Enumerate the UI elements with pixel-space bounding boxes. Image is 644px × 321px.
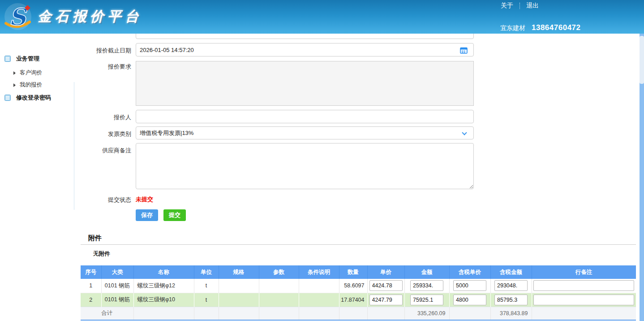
cell-spec bbox=[219, 279, 259, 293]
deadline-label: 报价截止日期 bbox=[81, 47, 131, 55]
sidebar-group-business[interactable]: 业务管理 bbox=[4, 55, 39, 63]
cell-condition bbox=[299, 279, 339, 293]
tax-amount-input[interactable] bbox=[494, 295, 528, 305]
requirements-label: 报价要求 bbox=[81, 63, 131, 71]
col-qty: 数量 bbox=[339, 265, 367, 279]
amount-input[interactable] bbox=[410, 280, 443, 291]
col-tax-amount: 含税金额 bbox=[490, 265, 532, 279]
sidebar-group-label: 修改登录密码 bbox=[16, 94, 51, 102]
user-phone: 13864760472 bbox=[532, 23, 581, 32]
requirements-textarea[interactable] bbox=[136, 61, 474, 106]
supplier-note-textarea[interactable] bbox=[136, 143, 474, 189]
about-link[interactable]: 关于 bbox=[501, 2, 513, 10]
sidebar-divider bbox=[74, 82, 74, 210]
triangle-icon bbox=[13, 83, 16, 87]
col-tax-price: 含税单价 bbox=[449, 265, 490, 279]
cell-category: 0101 钢筋 bbox=[101, 279, 133, 293]
cell-unit: t bbox=[194, 279, 219, 293]
sidebar-item-my-quotes[interactable]: 我的报价 bbox=[13, 81, 42, 89]
calendar-icon[interactable] bbox=[460, 47, 468, 54]
amount-input[interactable] bbox=[410, 295, 443, 305]
sidebar-item-label: 客户询价 bbox=[20, 69, 42, 77]
table-header-row: 序号 大类 名称 单位 规格 参数 条件说明 数量 单价 金额 含税单价 含税金… bbox=[81, 265, 636, 279]
col-param: 参数 bbox=[259, 265, 299, 279]
col-condition: 条件说明 bbox=[299, 265, 339, 279]
col-category: 大类 bbox=[101, 265, 133, 279]
sidebar-group-label: 业务管理 bbox=[16, 55, 39, 63]
sidebar-item-label: 我的报价 bbox=[20, 81, 42, 89]
app-title: 金石报价平台 bbox=[38, 7, 142, 26]
sidebar: 业务管理 客户询价 我的报价 修改登录密码 bbox=[0, 34, 74, 321]
cell-qty: 58.6097 bbox=[339, 279, 367, 293]
submit-status-label: 提交状态 bbox=[81, 196, 131, 204]
tax-price-input[interactable] bbox=[453, 280, 486, 291]
total-tax-amount: 378,843.89 bbox=[490, 307, 532, 320]
top-nav: 关于 退出 bbox=[501, 2, 539, 10]
svg-text:S: S bbox=[9, 3, 28, 30]
vertical-scrollbar-thumb[interactable] bbox=[640, 36, 644, 84]
user-info: 宜东建材 13864760472 bbox=[500, 23, 581, 32]
table-total-row: 合计 335,260.09 378,843.89 bbox=[81, 307, 636, 320]
nav-divider bbox=[519, 3, 520, 9]
price-input[interactable] bbox=[369, 295, 403, 305]
table-row: 1 0101 钢筋 螺纹三级钢φ12 t 58.6097 bbox=[81, 279, 636, 293]
user-company: 宜东建材 bbox=[500, 24, 525, 32]
cell-seq: 2 bbox=[81, 293, 101, 307]
col-amount: 金额 bbox=[404, 265, 449, 279]
cell-unit: t bbox=[194, 293, 219, 307]
price-input[interactable] bbox=[369, 280, 403, 291]
deadline-field[interactable]: 2026-01-05 14:57:20 bbox=[136, 43, 474, 56]
quoter-label: 报价人 bbox=[81, 113, 131, 121]
row-note-input[interactable] bbox=[533, 280, 634, 291]
list-icon bbox=[4, 95, 11, 101]
cell-param bbox=[259, 279, 299, 293]
col-row-note: 行备注 bbox=[532, 265, 636, 279]
supplier-note-label: 供应商备注 bbox=[81, 147, 131, 155]
quoter-input[interactable] bbox=[136, 110, 474, 123]
tax-price-input[interactable] bbox=[453, 295, 486, 305]
sidebar-item-customer-inquiry[interactable]: 客户询价 bbox=[13, 69, 42, 77]
row-note-input[interactable] bbox=[533, 295, 634, 305]
triangle-icon bbox=[13, 71, 16, 75]
attachments-title: 附件 bbox=[88, 234, 102, 243]
submit-status-value: 未提交 bbox=[136, 195, 153, 204]
app-header: S 金石报价平台 关于 退出 宜东建材 13864760472 bbox=[0, 0, 644, 34]
app-logo-icon: S bbox=[4, 2, 33, 31]
list-icon bbox=[4, 56, 11, 62]
sidebar-group-change-password[interactable]: 修改登录密码 bbox=[4, 94, 51, 102]
invoice-type-select[interactable]: 增值税专用发票|13% bbox=[136, 126, 474, 139]
col-name: 名称 bbox=[133, 265, 194, 279]
table-row: 2 0101 钢筋 螺纹三级钢φ10 t 17.87404 bbox=[81, 293, 636, 307]
cell-name: 螺纹三级钢φ12 bbox=[133, 279, 194, 293]
total-amount: 335,260.09 bbox=[404, 307, 449, 320]
submit-button[interactable]: 提交 bbox=[163, 209, 186, 221]
cell-name: 螺纹三级钢φ10 bbox=[133, 293, 194, 307]
col-seq: 序号 bbox=[81, 265, 101, 279]
total-label: 合计 bbox=[81, 307, 133, 320]
quote-items-table: 序号 大类 名称 单位 规格 参数 条件说明 数量 单价 金额 含税单价 含税金… bbox=[81, 265, 636, 321]
cell-spec bbox=[219, 293, 259, 307]
deadline-value: 2026-01-05 14:57:20 bbox=[136, 47, 473, 53]
cell-seq: 1 bbox=[81, 279, 101, 293]
attachments-empty-text: 无附件 bbox=[93, 250, 110, 258]
invoice-type-label: 发票类别 bbox=[81, 130, 131, 138]
invoice-type-value: 增值税专用发票|13% bbox=[136, 129, 473, 137]
logout-link[interactable]: 退出 bbox=[526, 2, 539, 10]
col-unit: 单位 bbox=[194, 265, 219, 279]
cell-param bbox=[259, 293, 299, 307]
col-spec: 规格 bbox=[219, 265, 259, 279]
col-price: 单价 bbox=[367, 265, 404, 279]
attachments-divider bbox=[81, 244, 636, 245]
tax-amount-input[interactable] bbox=[494, 280, 528, 291]
cell-qty: 17.87404 bbox=[339, 293, 367, 307]
cell-category: 0101 钢筋 bbox=[101, 293, 133, 307]
save-button[interactable]: 保存 bbox=[136, 209, 158, 221]
cell-condition bbox=[299, 293, 339, 307]
